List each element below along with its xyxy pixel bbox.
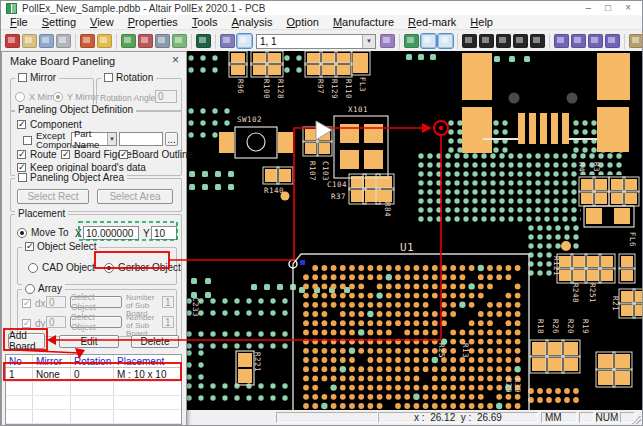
select-area-button[interactable]: Select Area	[97, 189, 173, 204]
close-button[interactable]: ×	[625, 3, 631, 13]
cad-object-radio[interactable]	[28, 263, 38, 273]
menu-properties[interactable]: Properties	[121, 16, 185, 28]
table-row[interactable]: 1None0M : 10 x 10	[6, 368, 181, 382]
select-rect-button[interactable]: Select Rect	[17, 189, 89, 204]
menu-analysis[interactable]: Analysis	[225, 16, 280, 28]
save-icon[interactable]	[39, 34, 54, 48]
table-row-empty	[6, 382, 181, 396]
keep-original-checkbox[interactable]	[17, 163, 26, 172]
toolbar-separator	[215, 34, 216, 49]
toolbar-separator	[116, 34, 117, 49]
rotation-angle-label: Rotation Angle	[100, 93, 155, 103]
table-cell	[6, 396, 33, 409]
placement-group: Placement Move To X 10.000000 Y 10 Objec…	[10, 214, 182, 340]
route-checkbox[interactable]	[17, 150, 26, 159]
object-select-checkbox[interactable]	[25, 242, 34, 251]
image-view-icon[interactable]	[172, 34, 187, 48]
x-input[interactable]: 10.000000	[83, 226, 139, 240]
maximize-button[interactable]: □	[605, 3, 611, 13]
resize-grip[interactable]	[632, 415, 641, 424]
edit-pencil-icon[interactable]	[97, 34, 112, 48]
screen-icon[interactable]	[196, 34, 211, 48]
route-label: Route	[30, 149, 57, 160]
menu-red-mark[interactable]: Red-mark	[401, 16, 463, 28]
board-view-icon-2[interactable]	[421, 34, 436, 48]
edit-button[interactable]: Edit	[59, 335, 119, 348]
layer-dark-icon-5[interactable]	[530, 34, 545, 48]
open-folder-icon[interactable]	[22, 34, 37, 48]
inspect-icon[interactable]	[629, 34, 643, 48]
dx-select-object-button[interactable]: Select Object	[70, 296, 122, 308]
setting-glasses-icon[interactable]	[380, 34, 395, 48]
dy-count-input[interactable]: 1	[162, 316, 174, 328]
abort-icon[interactable]	[5, 34, 20, 48]
cad-object-label: CAD Object	[42, 262, 95, 273]
menu-setting[interactable]: Setting	[35, 16, 83, 28]
dy-input[interactable]: 0	[46, 316, 66, 328]
column-header-placement[interactable]: Placement	[114, 355, 181, 367]
delete-button[interactable]: Delete	[131, 335, 179, 348]
layer-dark-icon-1[interactable]	[462, 34, 477, 48]
rotation-angle-input[interactable]: 0	[155, 90, 177, 103]
pcb-layer-icon[interactable]	[237, 34, 252, 48]
application-window: PollEx_New_Sample.pdbb - Altair PollEx 2…	[0, 0, 643, 426]
dy-select-object-button[interactable]: Select Object	[70, 316, 122, 328]
y-input[interactable]: 10	[151, 226, 177, 240]
zoom-out-icon[interactable]	[138, 34, 153, 48]
color-pens-icon[interactable]	[80, 34, 95, 48]
menu-view[interactable]: View	[83, 16, 121, 28]
component-checkbox[interactable]	[17, 120, 26, 129]
menu-file[interactable]: File	[3, 16, 35, 28]
num-lock-indicator: NUM	[596, 412, 618, 423]
y-mirror-radio[interactable]	[53, 92, 63, 102]
dx-count-input[interactable]: 1	[162, 296, 174, 308]
menu-option[interactable]: Option	[279, 16, 325, 28]
x-mirror-radio[interactable]	[15, 92, 25, 102]
dy-checkbox[interactable]	[22, 319, 31, 328]
menu-manufacture[interactable]: Manufacture	[326, 16, 401, 28]
tool-purple-icon-4[interactable]	[605, 34, 620, 48]
move-to-radio[interactable]	[17, 228, 27, 238]
tool-purple-icon-3[interactable]	[588, 34, 603, 48]
zoom-in-icon[interactable]	[121, 34, 136, 48]
gerber-object-radio[interactable]	[104, 263, 114, 273]
dialog-close-button[interactable]: ×	[172, 53, 179, 67]
board-view-icon-3[interactable]	[438, 34, 453, 48]
zoom-area-icon[interactable]	[155, 34, 170, 48]
part-layer-icon[interactable]	[220, 34, 235, 48]
dx-input[interactable]: 0	[46, 296, 66, 308]
except-value-input[interactable]	[119, 132, 163, 146]
board-figure-checkbox[interactable]	[61, 150, 70, 159]
except-type-combo[interactable]: Part Name▼	[71, 132, 117, 146]
dx-label: dx	[35, 298, 46, 309]
menu-tools[interactable]: Tools	[185, 16, 225, 28]
array-radio[interactable]	[25, 284, 35, 294]
print-icon[interactable]	[56, 34, 71, 48]
title-bar: PollEx_New_Sample.pdbb - Altair PollEx 2…	[1, 1, 642, 15]
menu-help[interactable]: Help	[463, 16, 500, 28]
component-label-X101: X101	[348, 105, 368, 114]
minimize-button[interactable]: –	[586, 3, 592, 13]
layer-dark-icon-4[interactable]	[513, 34, 528, 48]
page-select-combo[interactable]: 1, 1▼	[256, 34, 376, 49]
layer-dark-icon-2[interactable]	[479, 34, 494, 48]
component-label-R100: R100	[262, 79, 271, 99]
rotation-checkbox[interactable]	[104, 73, 113, 82]
paneling-object-area-checkbox[interactable]	[18, 173, 27, 182]
column-header-no[interactable]: No	[6, 355, 33, 367]
dx-checkbox[interactable]	[22, 299, 31, 308]
tool-purple-icon-1[interactable]	[554, 34, 569, 48]
layer-dark-icon-3[interactable]	[496, 34, 511, 48]
tool-purple-icon-2[interactable]	[571, 34, 586, 48]
pcb-canvas[interactable]: R96R100R128R97R129R110FL3SW102X101R107C1…	[187, 51, 642, 410]
menu-bar: FileSettingViewPropertiesToolsAnalysisOp…	[1, 15, 642, 30]
column-header-mirror[interactable]: Mirror	[33, 355, 71, 367]
except-component-checkbox[interactable]	[23, 136, 32, 145]
column-header-rotation[interactable]: Rotation	[71, 355, 114, 367]
table-row-empty	[6, 396, 181, 410]
mirror-checkbox[interactable]	[18, 73, 27, 82]
board-outline-checkbox[interactable]	[119, 150, 128, 159]
board-view-icon-1[interactable]	[404, 34, 419, 48]
add-board-button[interactable]: Add Board	[8, 333, 45, 349]
browse-button[interactable]: ...	[165, 132, 178, 146]
